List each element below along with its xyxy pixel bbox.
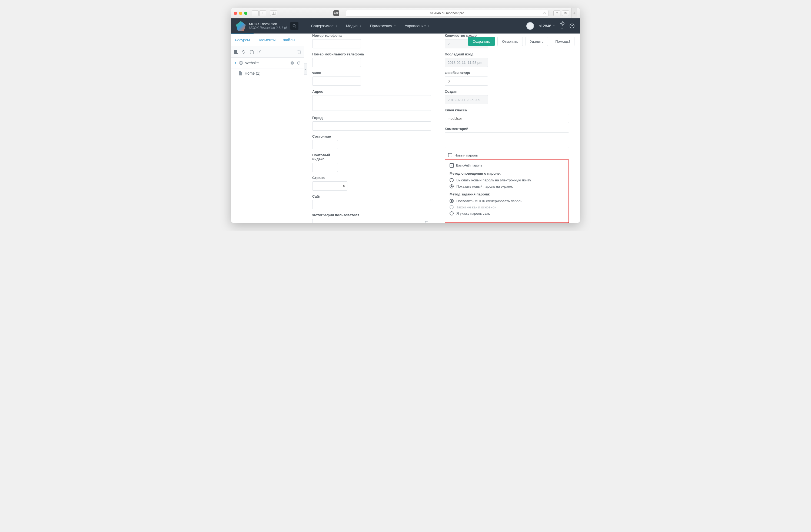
settings-button[interactable]: ▼	[560, 21, 565, 31]
username-label: s12846	[539, 24, 551, 28]
website-input[interactable]	[312, 200, 431, 209]
radio-label: Показать новый пароль на экране.	[456, 184, 513, 188]
tab-resources[interactable]: Ресурсы	[231, 33, 254, 46]
cancel-button[interactable]: Отменить	[498, 37, 523, 46]
back-button[interactable]: 〈	[252, 10, 259, 16]
comment-input[interactable]	[445, 133, 569, 148]
label-photo: Фотография пользователя	[312, 213, 431, 217]
help-button[interactable]: ?	[570, 24, 575, 28]
chevron-down-icon: ▼	[553, 25, 555, 27]
refresh-icon[interactable]	[297, 61, 301, 65]
svg-line-9	[561, 22, 561, 22]
tabs-button[interactable]	[270, 10, 277, 16]
menu-apps[interactable]: Приложения▼	[366, 18, 400, 33]
mobile-input[interactable]	[312, 58, 361, 67]
tabview-icon[interactable]: ⧉	[562, 10, 569, 16]
add-icon[interactable]	[290, 61, 294, 65]
help-button-page[interactable]: Помощь!	[551, 37, 575, 46]
delete-button[interactable]: Удалить	[525, 37, 548, 46]
reload-icon[interactable]: ⟳	[544, 11, 546, 15]
radio-notify-screen[interactable]: Показать новый пароль на экране.	[449, 184, 564, 188]
chevron-down-icon: ▼	[359, 25, 362, 27]
radio-label: Позволить MODX сгенерировать пароль.	[456, 199, 523, 203]
state-input[interactable]	[312, 140, 338, 149]
new-tab-button[interactable]: +	[571, 8, 577, 18]
nav-buttons: 〈 〉	[252, 10, 266, 16]
forward-button[interactable]: 〉	[259, 10, 266, 16]
lastlogin-value	[445, 58, 488, 67]
svg-line-3	[295, 27, 296, 28]
newpass-checkbox[interactable]: Новый пароль	[448, 153, 569, 157]
label-created: Создан	[445, 90, 488, 93]
close-window[interactable]	[234, 12, 237, 15]
save-button[interactable]: Сохранить	[468, 37, 495, 46]
label-state: Состояние	[312, 134, 338, 138]
content-area: Сохранить Отменить Удалить Помощь! Номер…	[304, 33, 580, 223]
tree-item-home[interactable]: Home (1)	[231, 69, 304, 78]
menu-manage[interactable]: Управление▼	[400, 18, 434, 33]
radio-set-generate[interactable]: Позволить MODX сгенерировать пароль.	[449, 199, 564, 203]
menu-media[interactable]: Медиа▼	[342, 18, 366, 33]
tab-elements[interactable]: Элементы	[254, 33, 279, 46]
radio-notify-email[interactable]: Выслать новый пароль на электронную почт…	[449, 178, 564, 182]
tree-root[interactable]: ▼ Website	[231, 58, 304, 69]
url-text: s12846.h8.modhost.pro	[430, 11, 464, 15]
radio-disabled-icon	[449, 205, 454, 209]
tree-item-label: Home (1)	[245, 71, 260, 75]
basicauth-label: BasicAuth пароль	[456, 164, 482, 167]
created-value	[445, 95, 488, 104]
checkbox-icon	[448, 153, 452, 157]
chevron-down-icon: ▼	[394, 25, 396, 27]
copy-icon[interactable]	[249, 50, 254, 54]
radio-set-manual[interactable]: Я укажу пароль сам:	[449, 211, 564, 215]
photo-input[interactable]	[312, 219, 431, 223]
user-menu[interactable]: s12846▼	[539, 24, 555, 28]
basicauth-checkbox[interactable]: ✓ BasicAuth пароль	[449, 163, 564, 168]
sidebar: Ресурсы Элементы Файлы + ▼ Website	[231, 33, 304, 223]
phone-input[interactable]	[312, 39, 361, 48]
new-doc-icon[interactable]: +	[234, 50, 238, 54]
document-icon	[239, 71, 242, 75]
trash-icon[interactable]	[297, 50, 301, 54]
app-title: MODX Revolution	[249, 22, 287, 26]
sidebar-collapse[interactable]: ◂	[304, 63, 307, 75]
fails-input[interactable]	[445, 76, 488, 86]
label-fax: Факс	[312, 71, 431, 75]
maximize-window[interactable]	[244, 12, 247, 15]
share-icon[interactable]: ⇪	[553, 10, 561, 16]
sidebar-tabs: Ресурсы Элементы Файлы	[231, 33, 304, 46]
radio-icon	[449, 211, 454, 215]
label-city: Город	[312, 116, 431, 120]
address-input[interactable]	[312, 95, 431, 111]
city-input[interactable]	[312, 121, 431, 131]
menu-label: Управление	[405, 24, 426, 28]
label-lastlogin: Последний вход	[445, 52, 488, 56]
svg-line-11	[561, 25, 561, 25]
newpass-label: Новый пароль	[455, 153, 478, 157]
page-icon[interactable]	[258, 50, 261, 54]
tab-files[interactable]: Файлы	[279, 33, 299, 46]
radio-selected-icon	[449, 199, 454, 203]
zip-input[interactable]	[312, 163, 338, 172]
file-browse-button[interactable]	[422, 219, 431, 223]
menu-label: Медиа	[346, 24, 358, 28]
action-buttons: Сохранить Отменить Удалить Помощь!	[468, 37, 575, 46]
svg-line-10	[563, 25, 564, 25]
country-select[interactable]: ⇅	[312, 181, 347, 191]
label-phone: Номер телефона	[312, 33, 431, 37]
modx-logo[interactable]	[236, 21, 246, 31]
classkey-input[interactable]	[445, 114, 569, 123]
label-classkey: Ключ класса	[445, 108, 569, 112]
svg-text:?: ?	[571, 24, 573, 28]
help-icon: ?	[570, 24, 575, 28]
radio-label: Такой же как и основной	[456, 205, 496, 209]
search-button[interactable]	[290, 22, 299, 30]
adblock-icon[interactable]: ABP	[333, 10, 339, 16]
basicauth-panel: ✓ BasicAuth пароль Метод оповещения о па…	[445, 159, 569, 223]
fax-input[interactable]	[312, 76, 361, 86]
link-icon[interactable]	[241, 50, 246, 54]
minimize-window[interactable]	[239, 12, 242, 15]
avatar[interactable]	[526, 22, 534, 30]
url-bar[interactable]: s12846.h8.modhost.pro ⟳	[346, 10, 549, 16]
menu-content[interactable]: Содержимое▼	[307, 18, 342, 33]
